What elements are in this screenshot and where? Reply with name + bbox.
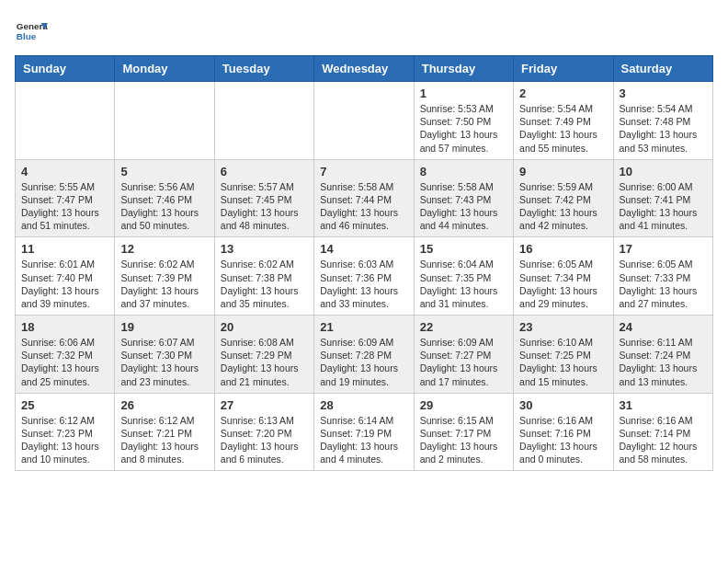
day-info: Sunrise: 5:58 AM <box>420 180 507 193</box>
calendar-cell: 23Sunrise: 6:10 AMSunset: 7:25 PMDayligh… <box>514 316 613 394</box>
day-info: Sunset: 7:46 PM <box>120 193 208 206</box>
day-info: Daylight: 13 hours and 10 minutes. <box>21 440 108 465</box>
day-number: 30 <box>519 398 607 412</box>
day-info: Sunrise: 6:06 AM <box>21 336 108 349</box>
calendar-cell: 20Sunrise: 6:08 AMSunset: 7:29 PMDayligh… <box>214 316 313 394</box>
calendar-cell: 19Sunrise: 6:07 AMSunset: 7:30 PMDayligh… <box>115 316 214 394</box>
day-info: Daylight: 13 hours and 8 minutes. <box>120 440 208 465</box>
day-number: 9 <box>519 165 607 178</box>
calendar-cell: 12Sunrise: 6:02 AMSunset: 7:39 PMDayligh… <box>115 237 214 316</box>
calendar-cell: 2Sunrise: 5:54 AMSunset: 7:49 PMDaylight… <box>514 82 613 160</box>
day-info: Sunrise: 6:13 AM <box>221 414 308 427</box>
day-info: Daylight: 13 hours and 35 minutes. <box>221 284 308 310</box>
day-number: 25 <box>21 398 108 412</box>
day-info: Sunset: 7:38 PM <box>221 271 308 284</box>
day-number: 11 <box>21 242 108 256</box>
day-info: Sunset: 7:45 PM <box>221 193 308 206</box>
day-info: Sunset: 7:14 PM <box>620 427 707 440</box>
day-info: Daylight: 13 hours and 39 minutes. <box>21 284 108 310</box>
day-info: Sunset: 7:39 PM <box>120 271 208 284</box>
calendar-cell: 15Sunrise: 6:04 AMSunset: 7:35 PMDayligh… <box>414 237 513 316</box>
calendar-cell: 16Sunrise: 6:05 AMSunset: 7:34 PMDayligh… <box>514 237 613 316</box>
day-info: Sunrise: 5:59 AM <box>519 180 607 193</box>
day-info: Daylight: 13 hours and 29 minutes. <box>519 284 607 310</box>
day-info: Sunset: 7:44 PM <box>320 193 407 206</box>
day-info: Sunset: 7:19 PM <box>320 427 407 440</box>
day-info: Sunrise: 6:05 AM <box>620 258 707 270</box>
calendar-cell: 14Sunrise: 6:03 AMSunset: 7:36 PMDayligh… <box>314 237 414 316</box>
day-info: Sunrise: 5:53 AM <box>420 102 507 115</box>
day-number: 28 <box>320 398 407 412</box>
day-info: Sunset: 7:20 PM <box>221 427 308 440</box>
day-info: Daylight: 13 hours and 6 minutes. <box>221 440 308 465</box>
calendar-cell: 9Sunrise: 5:59 AMSunset: 7:42 PMDaylight… <box>514 159 613 237</box>
day-info: Daylight: 13 hours and 0 minutes. <box>519 440 607 465</box>
calendar-cell: 27Sunrise: 6:13 AMSunset: 7:20 PMDayligh… <box>214 393 313 471</box>
day-info: Daylight: 13 hours and 53 minutes. <box>620 128 707 154</box>
day-info: Sunrise: 6:03 AM <box>320 258 407 270</box>
day-info: Sunset: 7:49 PM <box>519 115 607 128</box>
day-info: Sunset: 7:33 PM <box>620 271 707 284</box>
day-info: Sunset: 7:17 PM <box>420 427 507 440</box>
calendar-cell: 6Sunrise: 5:57 AMSunset: 7:45 PMDaylight… <box>214 159 313 237</box>
day-info: Daylight: 13 hours and 44 minutes. <box>420 206 507 232</box>
calendar-cell: 7Sunrise: 5:58 AMSunset: 7:44 PMDaylight… <box>314 159 414 237</box>
calendar-table: SundayMondayTuesdayWednesdayThursdayFrid… <box>15 55 713 471</box>
day-number: 24 <box>620 320 707 334</box>
calendar-cell: 26Sunrise: 6:12 AMSunset: 7:21 PMDayligh… <box>115 393 214 471</box>
day-number: 2 <box>519 86 607 100</box>
calendar-cell: 5Sunrise: 5:56 AMSunset: 7:46 PMDaylight… <box>115 159 214 237</box>
calendar-cell: 25Sunrise: 6:12 AMSunset: 7:23 PMDayligh… <box>16 393 115 471</box>
day-info: Sunset: 7:35 PM <box>420 271 507 284</box>
day-info: Sunset: 7:48 PM <box>620 115 707 128</box>
day-info: Sunrise: 6:08 AM <box>221 336 308 349</box>
day-number: 14 <box>320 242 407 256</box>
day-info: Daylight: 13 hours and 23 minutes. <box>120 362 208 387</box>
calendar-cell <box>314 82 414 160</box>
day-info: Sunrise: 6:11 AM <box>620 336 707 349</box>
day-info: Daylight: 13 hours and 55 minutes. <box>519 128 607 154</box>
day-info: Sunset: 7:25 PM <box>519 349 607 362</box>
day-info: Sunrise: 6:02 AM <box>120 258 208 270</box>
day-info: Sunrise: 5:54 AM <box>519 102 607 115</box>
day-number: 18 <box>21 320 108 334</box>
day-info: Daylight: 13 hours and 33 minutes. <box>320 284 407 310</box>
day-header-friday: Friday <box>514 56 613 82</box>
day-info: Sunset: 7:24 PM <box>620 349 707 362</box>
day-header-tuesday: Tuesday <box>214 56 313 82</box>
day-number: 7 <box>320 165 407 178</box>
day-info: Sunset: 7:34 PM <box>519 271 607 284</box>
day-number: 6 <box>221 165 308 178</box>
day-info: Sunrise: 6:10 AM <box>519 336 607 349</box>
day-info: Daylight: 13 hours and 17 minutes. <box>420 362 507 387</box>
day-number: 3 <box>620 86 707 100</box>
logo: General Blue <box>15 15 48 48</box>
day-number: 16 <box>519 242 607 256</box>
calendar-cell: 13Sunrise: 6:02 AMSunset: 7:38 PMDayligh… <box>214 237 313 316</box>
day-info: Sunset: 7:32 PM <box>21 349 108 362</box>
calendar-cell: 31Sunrise: 6:16 AMSunset: 7:14 PMDayligh… <box>613 393 712 471</box>
calendar-cell: 30Sunrise: 6:16 AMSunset: 7:16 PMDayligh… <box>514 393 613 471</box>
day-number: 26 <box>120 398 208 412</box>
day-info: Daylight: 13 hours and 21 minutes. <box>221 362 308 387</box>
calendar-cell: 11Sunrise: 6:01 AMSunset: 7:40 PMDayligh… <box>16 237 115 316</box>
day-info: Daylight: 13 hours and 37 minutes. <box>120 284 208 310</box>
day-info: Daylight: 13 hours and 42 minutes. <box>519 206 607 232</box>
day-info: Sunset: 7:16 PM <box>519 427 607 440</box>
calendar-cell: 8Sunrise: 5:58 AMSunset: 7:43 PMDaylight… <box>414 159 513 237</box>
day-info: Sunset: 7:43 PM <box>420 193 507 206</box>
calendar-week-row: 25Sunrise: 6:12 AMSunset: 7:23 PMDayligh… <box>16 393 713 471</box>
day-info: Daylight: 13 hours and 57 minutes. <box>420 128 507 154</box>
day-number: 22 <box>420 320 507 334</box>
day-info: Sunset: 7:42 PM <box>519 193 607 206</box>
day-number: 8 <box>420 165 507 178</box>
day-info: Sunset: 7:41 PM <box>620 193 707 206</box>
day-number: 13 <box>221 242 308 256</box>
day-info: Sunrise: 5:54 AM <box>620 102 707 115</box>
calendar-cell: 18Sunrise: 6:06 AMSunset: 7:32 PMDayligh… <box>16 316 115 394</box>
day-info: Sunrise: 6:02 AM <box>221 258 308 270</box>
page-header: General Blue <box>15 15 713 48</box>
day-header-wednesday: Wednesday <box>314 56 414 82</box>
day-info: Sunrise: 6:00 AM <box>620 180 707 193</box>
day-info: Sunrise: 6:01 AM <box>21 258 108 270</box>
